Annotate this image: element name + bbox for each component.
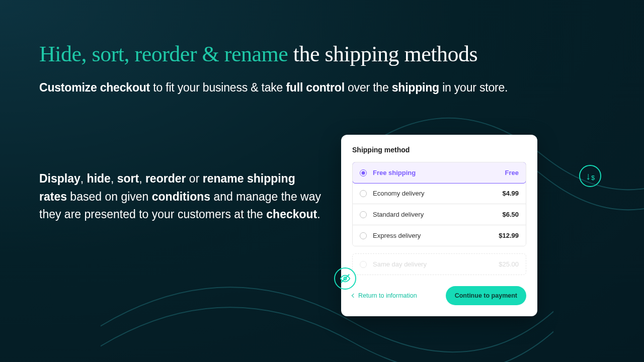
shipping-option-standard[interactable]: Standard delivery $6.50	[353, 204, 526, 225]
option-price: $25.00	[499, 260, 519, 268]
return-to-information-link[interactable]: Return to information	[352, 292, 417, 299]
radio-icon	[360, 211, 367, 218]
option-label: Express delivery	[373, 232, 499, 239]
option-label: Standard delivery	[373, 211, 502, 218]
option-price: $12.99	[499, 232, 519, 239]
body-copy: Display, hide, sort, reorder or rename s…	[39, 170, 321, 224]
shipping-option-express[interactable]: Express delivery $12.99	[353, 225, 526, 246]
shipping-option-economy[interactable]: Economy delivery $4.99	[353, 183, 526, 204]
sort-price-icon: ↓$	[579, 165, 601, 187]
shipping-option-free[interactable]: Free shipping Free	[352, 162, 526, 184]
back-link-label: Return to information	[358, 292, 417, 299]
card-title: Shipping method	[352, 146, 526, 154]
option-price: $6.50	[502, 211, 519, 218]
headline-rest: the shipping methods	[288, 42, 477, 66]
shipping-option-hidden: Same day delivery $25.00	[352, 253, 526, 275]
radio-icon	[360, 261, 367, 268]
chevron-left-icon	[352, 294, 356, 298]
headline: Hide, sort, reorder & rename the shippin…	[39, 41, 605, 67]
continue-to-payment-button[interactable]: Continue to payment	[446, 286, 526, 305]
option-label: Economy delivery	[373, 190, 502, 197]
shipping-method-card: Shipping method Free shipping Free Econo…	[341, 135, 537, 316]
eye-off-icon	[334, 267, 356, 290]
headline-highlight: Hide, sort, reorder & rename	[39, 42, 288, 66]
subheadline: Customize checkout to fit your business …	[39, 81, 605, 95]
radio-icon	[360, 232, 367, 239]
option-label: Free shipping	[373, 169, 505, 176]
radio-icon	[360, 190, 367, 197]
option-price: Free	[505, 169, 519, 176]
option-label: Same day delivery	[373, 260, 499, 268]
option-price: $4.99	[502, 190, 519, 197]
shipping-options-list: Free shipping Free Economy delivery $4.9…	[352, 162, 526, 246]
radio-icon	[360, 169, 367, 176]
